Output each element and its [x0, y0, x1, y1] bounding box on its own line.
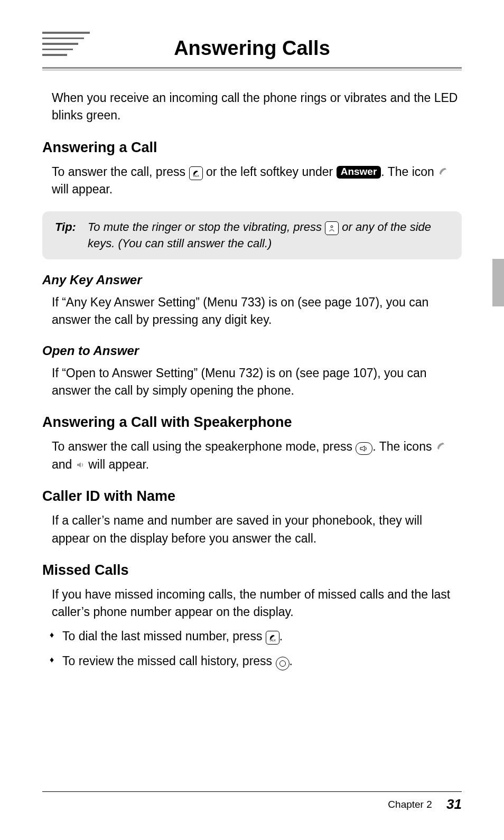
text: To answer the call using the speakerphon… — [52, 440, 356, 453]
tip-text: To mute the ringer or stop the vibrating… — [88, 219, 451, 253]
heading-caller-id: Caller ID with Name — [42, 486, 462, 507]
answer-softkey-label: Answer — [337, 166, 381, 179]
footer-text: Chapter 2 31 — [42, 796, 462, 813]
text: To answer the call, press — [52, 165, 189, 179]
text: . — [279, 629, 283, 643]
list-item: To review the missed call history, press… — [62, 652, 462, 670]
page-number: 31 — [446, 796, 462, 812]
intro-paragraph: When you receive an incoming call the ph… — [52, 89, 462, 125]
thumb-tab — [492, 259, 504, 306]
text: . The icons — [372, 440, 435, 453]
nav-key-icon — [276, 657, 290, 670]
text: will appear. — [88, 458, 149, 471]
answering-call-paragraph: To answer the call, press TALK or the le… — [52, 163, 462, 199]
svg-text:TALK: TALK — [269, 639, 276, 642]
missed-calls-list: To dial the last missed number, press TA… — [42, 628, 462, 670]
list-item: To dial the last missed number, press TA… — [62, 628, 462, 645]
text: will appear. — [52, 182, 113, 196]
speaker-key-icon — [356, 442, 372, 455]
open-answer-paragraph: If “Open to Answer Setting” (Menu 732) i… — [52, 365, 462, 400]
heading-open-answer: Open to Answer — [42, 342, 462, 360]
speakerphone-paragraph: To answer the call using the speakerphon… — [52, 438, 462, 473]
manual-page: Answering Calls When you receive an inco… — [0, 0, 504, 840]
any-key-paragraph: If “Any Key Answer Setting” (Menu 733) i… — [52, 294, 462, 329]
speaker-icon — [76, 460, 85, 473]
text: . — [290, 654, 293, 668]
heading-answering-call: Answering a Call — [42, 137, 462, 158]
text: To dial the last missed number, press — [62, 629, 266, 643]
svg-text:TALK: TALK — [192, 174, 199, 178]
page-footer: Chapter 2 31 — [42, 791, 462, 813]
svg-point-1 — [331, 226, 333, 228]
chapter-label: Chapter 2 — [388, 799, 432, 810]
text: or the left softkey under — [206, 165, 337, 179]
text: To mute the ringer or stop the vibrating… — [88, 220, 325, 234]
footer-rule — [42, 791, 462, 792]
heading-missed-calls: Missed Calls — [42, 560, 462, 581]
talk-key-icon: TALK — [266, 631, 279, 645]
end-key-icon — [325, 221, 339, 235]
text: To review the missed call history, press — [62, 654, 276, 668]
handset-icon — [437, 166, 448, 180]
handset-icon — [435, 441, 446, 455]
heading-speakerphone: Answering a Call with Speakerphone — [42, 412, 462, 433]
caller-id-paragraph: If a caller’s name and number are saved … — [52, 512, 462, 547]
page-header: Answering Calls — [42, 37, 462, 70]
missed-calls-paragraph: If you have missed incoming calls, the n… — [52, 586, 462, 621]
heading-any-key: Any Key Answer — [42, 271, 462, 290]
page-title: Answering Calls — [42, 37, 462, 67]
text: . The icon — [381, 165, 437, 179]
title-rule-thin — [42, 70, 462, 70]
header-decoration-icon — [42, 32, 90, 60]
talk-key-icon: TALK — [189, 166, 203, 180]
tip-box: Tip: To mute the ringer or stop the vibr… — [42, 211, 462, 260]
page-body: When you receive an incoming call the ph… — [42, 89, 462, 670]
text: and — [52, 458, 76, 471]
tip-label: Tip: — [55, 219, 76, 253]
title-rule — [42, 67, 462, 69]
